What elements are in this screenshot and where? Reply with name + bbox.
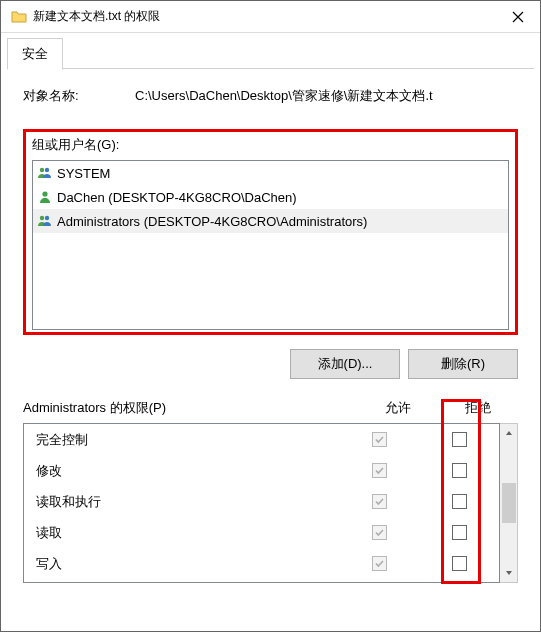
remove-button[interactable]: 删除(R) (408, 349, 518, 379)
add-button[interactable]: 添加(D)... (290, 349, 400, 379)
group-item[interactable]: DaChen (DESKTOP-4KG8CRO\DaChen) (33, 185, 508, 209)
deny-checkbox[interactable] (452, 494, 467, 509)
object-label: 对象名称: (23, 87, 135, 105)
deny-checkbox[interactable] (452, 556, 467, 571)
svg-point-2 (42, 191, 47, 196)
permission-row: 读取和执行 (24, 486, 499, 517)
tab-security[interactable]: 安全 (7, 38, 63, 70)
permission-name: 完全控制 (24, 431, 339, 449)
scroll-thumb[interactable] (502, 483, 516, 523)
group-item[interactable]: SYSTEM (33, 161, 508, 185)
scrollbar[interactable] (500, 423, 518, 583)
allow-header: 允许 (358, 399, 438, 417)
tab-strip: 安全 (1, 33, 540, 69)
allow-checkbox[interactable] (372, 432, 387, 447)
groups-label: 组或用户名(G): (32, 136, 509, 154)
group-icon (37, 213, 57, 229)
permissions-title: Administrators 的权限(P) (23, 399, 358, 417)
permission-row: 写入 (24, 548, 499, 579)
permission-row: 完全控制 (24, 424, 499, 455)
titlebar: 新建文本文档.txt 的权限 (1, 1, 540, 33)
svg-point-4 (45, 216, 49, 220)
groups-highlight-box: 组或用户名(G): SYSTEM DaChen (DESKTOP-4KG8CRO… (23, 129, 518, 335)
svg-point-3 (40, 216, 44, 220)
groups-list[interactable]: SYSTEM DaChen (DESKTOP-4KG8CRO\DaChen) A… (32, 160, 509, 330)
deny-checkbox[interactable] (452, 525, 467, 540)
svg-point-0 (40, 168, 44, 172)
button-row: 添加(D)... 删除(R) (23, 349, 518, 379)
svg-point-1 (45, 168, 49, 172)
user-icon (37, 189, 57, 205)
group-icon (37, 165, 57, 181)
deny-checkbox[interactable] (452, 432, 467, 447)
allow-checkbox[interactable] (372, 556, 387, 571)
scroll-down-icon[interactable] (500, 564, 517, 582)
permissions-dialog: 新建文本文档.txt 的权限 安全 对象名称: C:\Users\DaChen\… (0, 0, 541, 632)
permission-name: 写入 (24, 555, 339, 573)
permission-name: 读取和执行 (24, 493, 339, 511)
permission-name: 读取 (24, 524, 339, 542)
permissions-list: 完全控制修改读取和执行读取写入 (23, 423, 500, 583)
group-item-text: SYSTEM (57, 166, 110, 181)
permission-row: 读取 (24, 517, 499, 548)
permission-name: 修改 (24, 462, 339, 480)
allow-checkbox[interactable] (372, 525, 387, 540)
permissions-header: Administrators 的权限(P) 允许 拒绝 (23, 399, 518, 417)
deny-checkbox[interactable] (452, 463, 467, 478)
allow-checkbox[interactable] (372, 494, 387, 509)
scroll-up-icon[interactable] (500, 424, 517, 442)
group-item-text: Administrators (DESKTOP-4KG8CRO\Administ… (57, 214, 367, 229)
group-item-text: DaChen (DESKTOP-4KG8CRO\DaChen) (57, 190, 297, 205)
object-row: 对象名称: C:\Users\DaChen\Desktop\管家速修\新建文本文… (23, 87, 518, 105)
allow-checkbox[interactable] (372, 463, 387, 478)
group-item[interactable]: Administrators (DESKTOP-4KG8CRO\Administ… (33, 209, 508, 233)
folder-icon (11, 9, 27, 25)
deny-header: 拒绝 (438, 399, 518, 417)
window-title: 新建文本文档.txt 的权限 (33, 8, 495, 25)
close-button[interactable] (495, 1, 540, 33)
permission-row: 修改 (24, 455, 499, 486)
object-path: C:\Users\DaChen\Desktop\管家速修\新建文本文档.t (135, 87, 518, 105)
